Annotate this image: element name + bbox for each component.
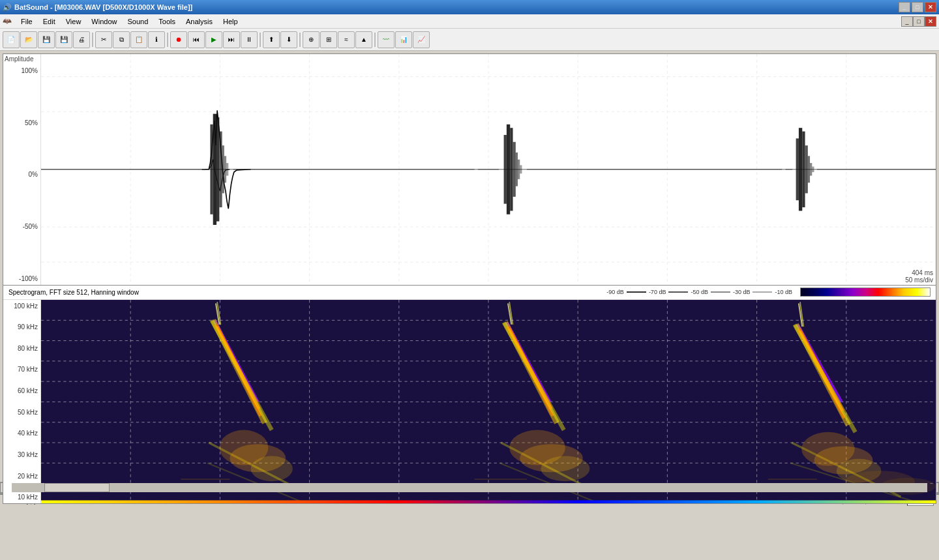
svg-rect-16 bbox=[213, 114, 216, 225]
waveform-canvas-area[interactable]: 404 ms 50 ms/div bbox=[41, 54, 936, 285]
scroll-track[interactable] bbox=[12, 483, 927, 492]
title-bar: 🔊 BatSound - [M03006.WAV [D500X/D1000X W… bbox=[0, 0, 939, 14]
title-bar-controls: _ □ ✕ bbox=[899, 2, 936, 12]
toolbar-sep4 bbox=[299, 33, 301, 47]
info-button[interactable]: ℹ bbox=[148, 31, 165, 48]
maximize-button[interactable]: □ bbox=[912, 2, 923, 12]
freq-20khz: 20 kHz bbox=[5, 473, 38, 480]
y-label-n50: -50% bbox=[5, 223, 38, 230]
total-time: 404 ms bbox=[905, 269, 933, 276]
mdi-minimize[interactable]: _ bbox=[901, 16, 913, 27]
zoom-out-button[interactable]: ⬇ bbox=[280, 31, 297, 48]
freq-50khz: 50 kHz bbox=[5, 409, 38, 416]
freq-40khz: 40 kHz bbox=[5, 430, 38, 437]
spectrogram-yaxis: 100 kHz 90 kHz 80 kHz 70 kHz 60 kHz 50 k… bbox=[3, 300, 41, 504]
svg-rect-29 bbox=[518, 160, 520, 179]
save-button[interactable]: 💾 bbox=[38, 31, 55, 48]
minimize-button[interactable]: _ bbox=[899, 2, 910, 12]
cut-button[interactable]: ✂ bbox=[95, 31, 112, 48]
print-button[interactable]: 🖨 bbox=[73, 31, 90, 48]
open-button[interactable]: 📂 bbox=[20, 31, 37, 48]
svg-rect-108 bbox=[41, 500, 936, 503]
svg-rect-21 bbox=[226, 163, 228, 175]
save-as-button[interactable]: 💾 bbox=[55, 31, 72, 48]
colorbar-gradient bbox=[800, 287, 931, 297]
play-end-button[interactable]: ⏭ bbox=[223, 31, 240, 48]
spectrum-button[interactable]: 📊 bbox=[395, 31, 412, 48]
waveform-button[interactable]: 〰 bbox=[378, 31, 395, 48]
spectrogram-canvas[interactable] bbox=[41, 300, 936, 504]
y-label-100: 100% bbox=[5, 67, 38, 74]
play-start-button[interactable]: ⏮ bbox=[188, 31, 205, 48]
freq-10khz: 10 kHz bbox=[5, 494, 38, 501]
waveform-panel: Amplitude 100% 50% 0% -50% -100% bbox=[3, 53, 936, 286]
waveform-svg bbox=[41, 54, 936, 285]
svg-rect-26 bbox=[510, 128, 513, 211]
menu-sound[interactable]: Sound bbox=[122, 16, 153, 27]
mdi-restore[interactable]: □ bbox=[913, 16, 925, 27]
spectrogram-header: Spectrogram, FFT size 512, Hanning windo… bbox=[3, 286, 936, 300]
svg-point-72 bbox=[251, 456, 293, 481]
zoom-all-button[interactable]: ⊞ bbox=[320, 31, 337, 48]
svg-rect-34 bbox=[799, 128, 802, 211]
menu-view[interactable]: View bbox=[61, 16, 87, 27]
menu-edit[interactable]: Edit bbox=[38, 16, 61, 27]
freq-60khz: 60 kHz bbox=[5, 387, 38, 394]
toolbar-sep2 bbox=[167, 33, 168, 47]
colorbar-label-n10: -10 dB bbox=[775, 289, 792, 295]
svg-line-65 bbox=[212, 320, 272, 430]
waveform-time-info: 404 ms 50 ms/div bbox=[905, 269, 933, 284]
y-label-0: 0% bbox=[5, 171, 38, 178]
spectrogram-title: Spectrogram, FFT size 512, Hanning windo… bbox=[8, 289, 139, 296]
svg-rect-36 bbox=[805, 145, 808, 193]
menu-help[interactable]: Help bbox=[218, 16, 243, 27]
svg-rect-30 bbox=[520, 165, 522, 173]
zoom-wav-button[interactable]: ≈ bbox=[338, 31, 355, 48]
main-area: Amplitude 100% 50% 0% -50% -100% bbox=[0, 51, 939, 482]
y-label-50: 50% bbox=[5, 119, 38, 126]
toolbar-sep3 bbox=[260, 33, 261, 47]
menu-tools[interactable]: Tools bbox=[153, 16, 181, 27]
scroll-thumb[interactable] bbox=[44, 483, 110, 492]
new-button[interactable]: 📄 bbox=[3, 31, 20, 48]
spectrogram-svg bbox=[41, 300, 936, 504]
menu-analysis[interactable]: Analysis bbox=[181, 16, 218, 27]
scrollbar-area: ◀ ▶ bbox=[0, 482, 939, 494]
spectrogram-body: 100 kHz 90 kHz 80 kHz 70 kHz 60 kHz 50 k… bbox=[3, 300, 936, 504]
freq-100khz: 100 kHz bbox=[5, 302, 38, 310]
freq-70khz: 70 kHz bbox=[5, 366, 38, 373]
paste-button[interactable]: 📋 bbox=[130, 31, 147, 48]
spectrogram-button[interactable]: 📈 bbox=[413, 31, 430, 48]
toolbar-sep1 bbox=[92, 33, 93, 47]
waveform-yaxis: Amplitude 100% 50% 0% -50% -100% bbox=[3, 54, 41, 285]
zoom-in-button[interactable]: ⬆ bbox=[263, 31, 280, 48]
menu-window[interactable]: Window bbox=[86, 16, 122, 27]
toolbar-sep5 bbox=[374, 33, 376, 47]
svg-rect-25 bbox=[507, 125, 510, 214]
svg-rect-28 bbox=[516, 153, 518, 186]
colorbar-label-n30: -30 dB bbox=[733, 289, 751, 295]
pause-button[interactable]: ⏸ bbox=[241, 31, 258, 48]
zoom-sel-button[interactable]: ⊕ bbox=[303, 31, 320, 48]
colorbar: -90 dB -70 dB -50 dB -30 dB -10 dB bbox=[606, 287, 931, 297]
menu-bar: 🦇 File Edit View Window Sound Tools Anal… bbox=[0, 14, 939, 29]
play-button[interactable]: ▶ bbox=[205, 31, 222, 48]
copy-button[interactable]: ⧉ bbox=[113, 31, 130, 48]
svg-line-81 bbox=[504, 322, 564, 430]
record-button[interactable]: ⏺ bbox=[170, 31, 187, 48]
div-time: 50 ms/div bbox=[905, 276, 933, 284]
y-label-n100: -100% bbox=[5, 275, 38, 282]
mdi-close[interactable]: ✕ bbox=[925, 16, 936, 27]
svg-rect-33 bbox=[796, 138, 799, 200]
svg-rect-20 bbox=[224, 156, 226, 183]
colorbar-label-n90: -90 dB bbox=[606, 289, 624, 295]
svg-rect-19 bbox=[222, 145, 224, 193]
menu-file[interactable]: File bbox=[16, 16, 38, 27]
freq-90khz: 90 kHz bbox=[5, 323, 38, 331]
freq-30khz: 30 kHz bbox=[5, 451, 38, 458]
zoom-spec-button[interactable]: ▲ bbox=[355, 31, 372, 48]
close-button[interactable]: ✕ bbox=[925, 2, 936, 12]
svg-point-88 bbox=[541, 456, 589, 481]
app-logo-icon: 🦇 bbox=[3, 17, 12, 25]
svg-rect-27 bbox=[513, 142, 516, 197]
